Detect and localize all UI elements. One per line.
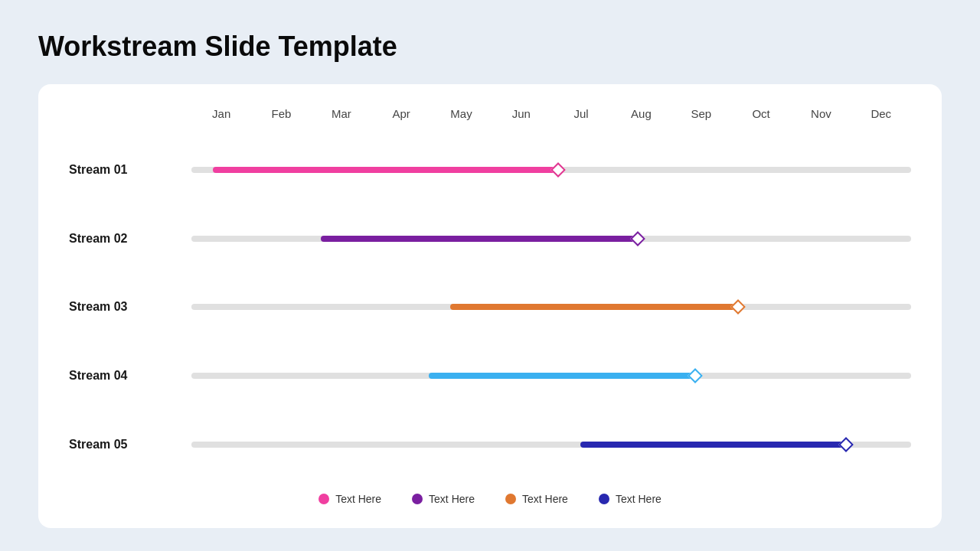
- stream-row: Stream 04: [69, 359, 911, 393]
- stream-label: Stream 01: [69, 163, 191, 177]
- month-label: Dec: [851, 107, 911, 120]
- main-card: JanFebMarAprMayJunJulAugSepOctNovDec Str…: [38, 84, 942, 528]
- bar-container: [191, 372, 911, 380]
- legend-label: Text Here: [522, 493, 568, 505]
- bar-container: [191, 303, 911, 311]
- bar-diamond: [838, 437, 854, 452]
- month-label: Apr: [371, 107, 431, 120]
- month-label: Jul: [551, 107, 611, 120]
- stream-label: Stream 05: [69, 438, 191, 452]
- legend-item: Text Here: [505, 493, 568, 505]
- bar-diamond: [730, 300, 746, 315]
- stream-label: Stream 02: [69, 232, 191, 246]
- legend-item: Text Here: [599, 493, 662, 505]
- month-label: Feb: [251, 107, 311, 120]
- month-label: Oct: [731, 107, 791, 120]
- stream-label: Stream 04: [69, 369, 191, 383]
- legend-label: Text Here: [429, 493, 475, 505]
- stream-label: Stream 03: [69, 300, 191, 314]
- bar-container: [191, 235, 911, 243]
- page-title: Workstream Slide Template: [38, 31, 942, 63]
- bar-diamond: [550, 162, 566, 178]
- bar-fill: [213, 167, 558, 173]
- legend-label: Text Here: [335, 493, 381, 505]
- stream-row: Stream 03: [69, 290, 911, 324]
- month-label: Jun: [492, 107, 551, 120]
- stream-row: Stream 02: [69, 222, 911, 256]
- legend-item: Text Here: [318, 493, 381, 505]
- legend-dot: [599, 494, 609, 504]
- bar-fill: [321, 236, 638, 242]
- bar-fill: [450, 304, 738, 310]
- streams-container: Stream 01Stream 02Stream 03Stream 04Stre…: [69, 135, 911, 479]
- month-label: Jan: [191, 107, 251, 120]
- bar-fill: [429, 373, 695, 379]
- legend-dot: [318, 494, 329, 504]
- bar-diamond: [688, 368, 703, 383]
- bar-container: [191, 166, 911, 174]
- month-label: Aug: [611, 107, 671, 120]
- legend-dot: [505, 494, 516, 504]
- bar-diamond: [630, 231, 645, 246]
- stream-row: Stream 01: [69, 153, 911, 187]
- legend-dot: [412, 494, 423, 504]
- month-label: May: [431, 107, 491, 120]
- bar-container: [191, 441, 911, 448]
- month-label: Mar: [312, 107, 371, 120]
- legend-item: Text Here: [412, 493, 475, 505]
- month-label: Sep: [671, 107, 731, 120]
- stream-row: Stream 05: [69, 428, 911, 461]
- month-label: Nov: [791, 107, 851, 120]
- legend-label: Text Here: [616, 493, 662, 505]
- legend: Text HereText HereText HereText Here: [69, 479, 911, 505]
- bar-fill: [580, 442, 847, 448]
- month-header: JanFebMarAprMayJunJulAugSepOctNovDec: [191, 107, 911, 120]
